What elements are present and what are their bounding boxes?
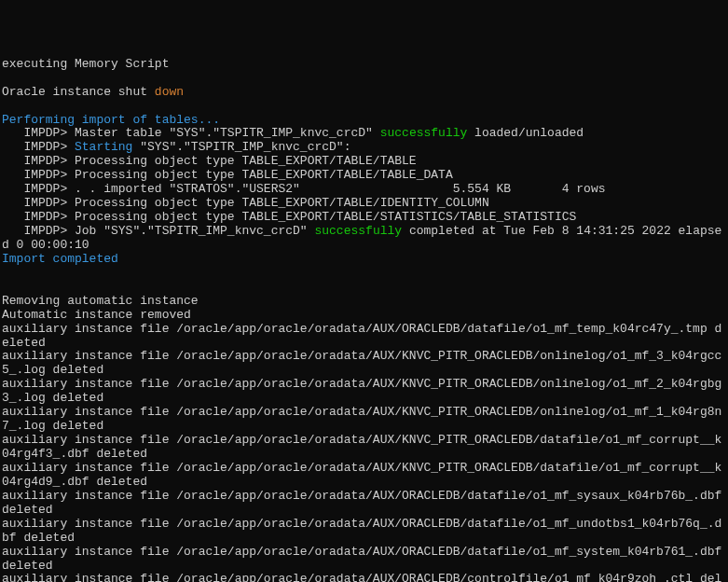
- terminal-line: [2, 267, 726, 281]
- terminal-line: [2, 72, 726, 86]
- terminal-line: executing Memory Script: [2, 58, 726, 72]
- terminal-line: auxiliary instance file /oracle/app/orac…: [2, 490, 726, 518]
- terminal-line: IMPDP> . . imported "STRATOS"."USERS2" 5…: [2, 183, 726, 197]
- terminal-line: auxiliary instance file /oracle/app/orac…: [2, 462, 726, 490]
- terminal-line: auxiliary instance file /oracle/app/orac…: [2, 406, 726, 434]
- terminal-line: auxiliary instance file /oracle/app/orac…: [2, 350, 726, 378]
- terminal-line: auxiliary instance file /oracle/app/orac…: [2, 573, 726, 582]
- terminal-line: IMPDP> Processing object type TABLE_EXPO…: [2, 169, 726, 183]
- terminal-line: auxiliary instance file /oracle/app/orac…: [2, 546, 726, 574]
- terminal-line: Removing automatic instance: [2, 295, 726, 309]
- terminal-line: IMPDP> Processing object type TABLE_EXPO…: [2, 155, 726, 169]
- terminal-line: IMPDP> Processing object type TABLE_EXPO…: [2, 211, 726, 225]
- terminal-line: [2, 281, 726, 295]
- terminal-line: Automatic instance removed: [2, 309, 726, 323]
- terminal-line: auxiliary instance file /oracle/app/orac…: [2, 518, 726, 546]
- terminal-line: [2, 100, 726, 114]
- terminal-line: auxiliary instance file /oracle/app/orac…: [2, 378, 726, 406]
- terminal-line: auxiliary instance file /oracle/app/orac…: [2, 434, 726, 462]
- terminal-line: IMPDP> Master table "SYS"."TSPITR_IMP_kn…: [2, 127, 726, 141]
- terminal-line: IMPDP> Job "SYS"."TSPITR_IMP_knvc_crcD" …: [2, 225, 726, 253]
- terminal-output: executing Memory Script Oracle instance …: [2, 58, 726, 582]
- terminal-line: auxiliary instance file /oracle/app/orac…: [2, 323, 726, 351]
- terminal-line: Oracle instance shut down: [2, 86, 726, 100]
- terminal-line: Import completed: [2, 253, 726, 267]
- terminal-line: Performing import of tables...: [2, 114, 726, 128]
- terminal-line: IMPDP> Starting "SYS"."TSPITR_IMP_knvc_c…: [2, 141, 726, 155]
- terminal-line: IMPDP> Processing object type TABLE_EXPO…: [2, 197, 726, 211]
